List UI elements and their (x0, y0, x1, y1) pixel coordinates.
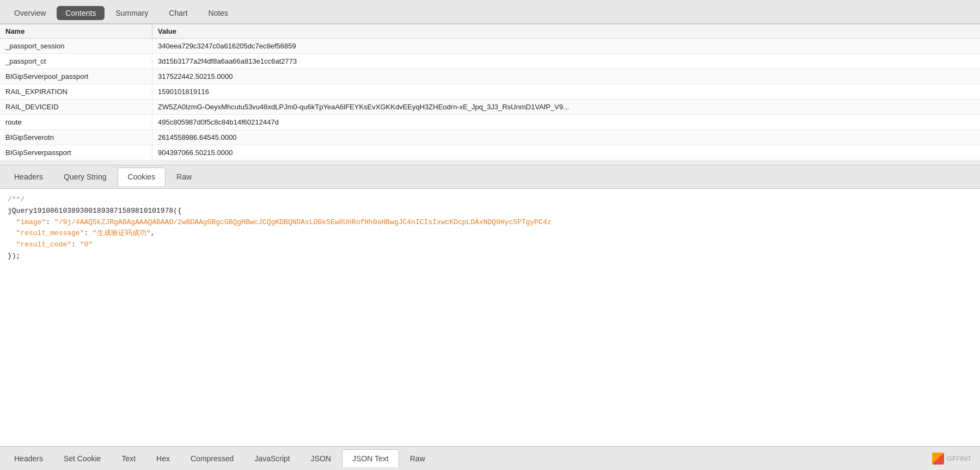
row-name: _passport_session (0, 39, 152, 53)
tab-bottom-javascript[interactable]: JavaScript (244, 450, 299, 467)
row-name: RAIL_DEVICEID (0, 100, 152, 114)
tab-contents[interactable]: Contents (57, 6, 105, 20)
row-name: _passport_ct (0, 54, 152, 69)
row-name: BIGipServerpool_passport (0, 69, 152, 84)
code-key-image: "image" (16, 218, 46, 226)
tab-bottom-json[interactable]: JSON (301, 450, 341, 467)
table-row[interactable]: BIGipServerotn 2614558986.64545.0000 (0, 130, 980, 145)
code-line-1: /**/ (8, 194, 972, 206)
col-value-header: Value (152, 24, 980, 38)
code-key-result-message: "result_message" (16, 229, 84, 237)
row-value: 1590101819116 (152, 84, 980, 99)
code-line-5: "result_code": "0" (8, 239, 972, 251)
row-value: ZW5ZA0lzmG-OeyxMhcutu53vu48xdLPJm0-qu6kT… (152, 100, 980, 114)
row-name: BIGipServerpassport (0, 145, 152, 160)
code-line-6: }); (8, 251, 972, 262)
code-key-result-code: "result_code" (16, 240, 71, 249)
table-row[interactable]: BIGipServerpassport 904397066.50215.0000 (0, 145, 980, 160)
tab-bottom-compressed[interactable]: Compressed (181, 450, 243, 467)
tab-notes[interactable]: Notes (199, 5, 238, 21)
col-name-header: Name (0, 24, 152, 38)
code-line-3: "image": "/9j/4AAQSkZJRgABAgAAAQABAAD/2w… (8, 217, 972, 228)
row-name: RAIL_EXPIRATION (0, 84, 152, 99)
code-comment: /**/ (8, 195, 24, 203)
logo-icon (932, 453, 944, 465)
tab-query-string[interactable]: Query String (54, 168, 117, 185)
tab-raw[interactable]: Raw (167, 168, 201, 185)
tab-bottom-text[interactable]: Text (112, 450, 145, 467)
code-value-image: "/9j/4AAQSkZJRgABAgAAAQABAAD/2wBDAAgGBgc… (54, 218, 552, 226)
top-tab-bar: Overview Contents Summary Chart Notes (0, 0, 980, 24)
row-value: 904397066.50215.0000 (152, 145, 980, 160)
table-header: Name Value (0, 24, 980, 39)
tab-bottom-raw[interactable]: Raw (400, 450, 435, 467)
row-name: route (0, 115, 152, 129)
logo-text: GIFFINIT (946, 455, 971, 462)
table-row[interactable]: _passport_session 340eea729c3247c0a61620… (0, 39, 980, 54)
code-function-call: jQuery191086103893001893871589810101978(… (8, 207, 182, 215)
mid-tab-bar: Headers Query String Cookies Raw (0, 165, 980, 189)
tab-bottom-set-cookie[interactable]: Set Cookie (54, 450, 111, 467)
table-row[interactable]: RAIL_EXPIRATION 1590101819116 (0, 84, 980, 100)
code-value-result-code: "0" (80, 240, 93, 249)
code-value-result-message: "生成验证码成功" (93, 229, 151, 237)
row-value: 340eea729c3247c0a616205dc7ec8ef56859 (152, 39, 980, 53)
tab-summary[interactable]: Summary (106, 5, 158, 21)
row-value: 495c805987d0f5c8c84b14f60212447d (152, 115, 980, 129)
row-value: 3d15b3177a2f4df8a6aa66a813e1cc6at2773 (152, 54, 980, 69)
table-row[interactable]: BIGipServerpool_passport 317522442.50215… (0, 69, 980, 84)
tab-chart[interactable]: Chart (159, 5, 197, 21)
tab-overview[interactable]: Overview (4, 5, 56, 21)
tab-headers[interactable]: Headers (4, 168, 53, 185)
table-row[interactable]: _passport_ct 3d15b3177a2f4df8a6aa66a813e… (0, 54, 980, 69)
code-content-area: /**/ jQuery19108610389300189387158981010… (0, 189, 980, 446)
tab-bottom-json-text[interactable]: JSON Text (342, 449, 399, 468)
app-logo: GIFFINIT (932, 453, 971, 465)
code-closing: }); (8, 252, 20, 260)
tab-cookies[interactable]: Cookies (118, 168, 166, 186)
code-line-2: jQuery191086103893001893871589810101978(… (8, 206, 972, 217)
row-value: 317522442.50215.0000 (152, 69, 980, 84)
row-value: 2614558986.64545.0000 (152, 130, 980, 145)
tab-bottom-hex[interactable]: Hex (146, 450, 180, 467)
table-row[interactable]: route 495c805987d0f5c8c84b14f60212447d (0, 115, 980, 130)
tab-bottom-headers[interactable]: Headers (4, 450, 53, 467)
row-name: BIGipServerotn (0, 130, 152, 145)
code-line-4: "result_message": "生成验证码成功", (8, 228, 972, 239)
table-row[interactable]: RAIL_DEVICEID ZW5ZA0lzmG-OeyxMhcutu53vu4… (0, 100, 980, 115)
bottom-tab-bar: Headers Set Cookie Text Hex Compressed J… (0, 446, 980, 470)
cookie-table: Name Value _passport_session 340eea729c3… (0, 24, 980, 160)
